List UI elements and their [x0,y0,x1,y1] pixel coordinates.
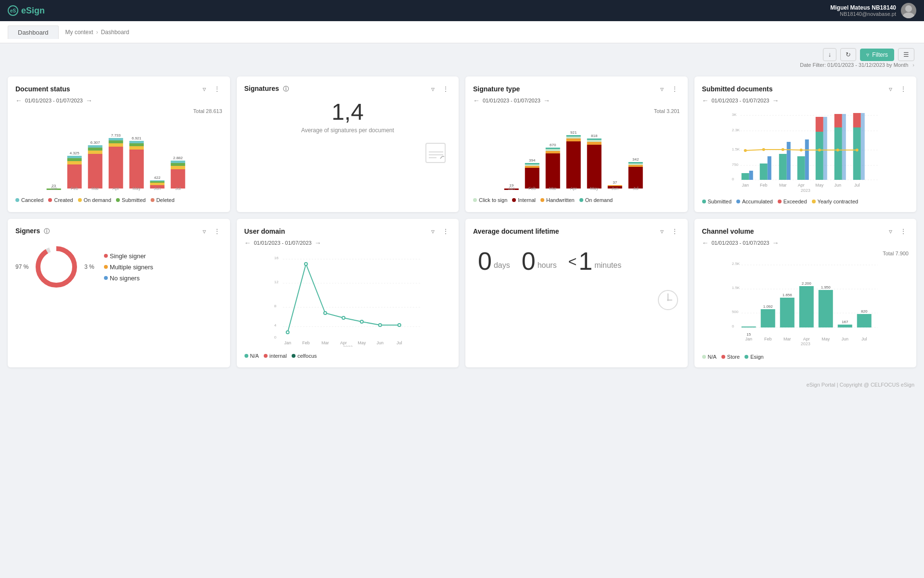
legend-dot-on-demand [78,198,82,202]
legend-submitted: Submitted [116,197,146,203]
sig-type-next[interactable]: → [543,97,550,104]
lifetime-filter-btn[interactable]: ▿ [658,226,666,236]
svg-point-143 [360,320,363,323]
svg-point-128 [38,249,75,285]
legend-channel-na: N/A [702,354,717,360]
signatures-title: Signatures ⓘ [244,85,289,93]
svg-text:2.200: 2.200 [801,281,811,286]
svg-rect-39 [171,163,185,166]
username: Miguel Mateus NB18140 [830,4,896,11]
channel-next[interactable]: → [772,239,779,247]
user-domain-prev[interactable]: ← [244,239,251,247]
card-header-channel: Channel volume ▿ ⋮ [702,226,909,236]
logo-icon: eS [8,5,18,16]
user-domain-title: User domain [244,227,285,235]
signers-donut [32,243,80,291]
user-domain-date: 01/01/2023 - 01/07/2023 [254,240,312,246]
user-domain-next[interactable]: → [314,239,321,247]
svg-text:Feb: Feb [71,186,78,191]
download-button[interactable]: ↓ [823,48,837,61]
svg-text:921: 921 [570,130,577,135]
doc-status-prev[interactable]: ← [15,97,22,104]
submitted-prev[interactable]: ← [702,97,709,104]
sig-type-prev[interactable]: ← [473,97,480,104]
svg-rect-52 [525,166,539,168]
signatures-info-icon[interactable]: ⓘ [283,86,289,92]
svg-text:750: 750 [732,163,738,167]
refresh-icon: ↻ [846,51,851,58]
svg-text:2.3K: 2.3K [732,128,740,132]
signatures-filter-btn[interactable]: ▿ [429,84,436,94]
svg-rect-105 [815,132,823,180]
svg-rect-70 [587,142,602,145]
svg-text:820: 820 [861,309,868,314]
svg-text:1.5K: 1.5K [732,286,740,290]
svg-text:2.882: 2.882 [173,156,183,160]
signers-info-icon[interactable]: ⓘ [44,228,50,235]
legend-dot-internal [512,198,516,202]
channel-prev[interactable]: ← [702,239,709,247]
sig-type-filter-btn[interactable]: ▿ [658,84,666,94]
svg-rect-99 [767,156,771,180]
lifetime-days: 0 days [478,249,510,274]
legend-dot-canceled [15,198,19,202]
svg-rect-66 [566,135,581,137]
signatures-menu-btn[interactable]: ⋮ [440,84,451,94]
legend-handwritten: Handwritten [540,197,575,203]
svg-text:Mar: Mar [321,340,329,345]
legend-dot-click-sign [473,198,477,202]
doc-status-filter-btn[interactable]: ▿ [201,84,208,94]
date-filter-expand[interactable]: › [912,62,914,68]
submitted-next[interactable]: → [772,97,779,104]
signers-filter-btn[interactable]: ▿ [201,226,208,236]
svg-text:37: 37 [613,180,617,185]
svg-rect-110 [853,113,860,127]
signers-pct-multiple: 3 % [84,264,94,270]
doc-status-next[interactable]: → [86,97,92,104]
signers-donut-chart [32,243,80,291]
avatar[interactable] [901,3,916,18]
legend-canceled: Canceled [15,197,43,203]
svg-text:Jul: Jul [633,186,639,191]
user-domain-filter-btn[interactable]: ▿ [429,226,436,236]
submitted-menu-btn[interactable]: ⋮ [898,84,909,94]
svg-text:342: 342 [632,157,639,162]
sig-type-menu-btn[interactable]: ⋮ [669,84,680,94]
channel-date-nav: ← 01/01/2023 - 01/07/2023 → [702,239,909,247]
refresh-button[interactable]: ↻ [840,48,856,61]
legend-label-handwritten: Handwritten [546,197,575,203]
signers-menu-btn[interactable]: ⋮ [212,226,222,236]
doc-status-menu-btn[interactable]: ⋮ [212,84,222,94]
svg-rect-107 [834,114,842,127]
svg-rect-44 [426,143,445,163]
svg-text:May: May [590,186,599,191]
channel-menu-btn[interactable]: ⋮ [898,226,909,236]
svg-rect-174 [818,290,833,327]
legend-label-on-demand-sig: On demand [585,197,613,203]
svg-rect-58 [546,151,560,153]
legend-yearly-contracted: Yearly contracted [812,199,859,204]
filters-button[interactable]: ▿ Filters [860,49,894,61]
legend-label-multiple: Multiple signers [110,264,153,271]
app-logo: eS eSign [8,5,45,16]
svg-rect-96 [741,173,749,180]
channel-volume-card: Channel volume ▿ ⋮ ← 01/01/2023 - 01/07/… [694,219,917,367]
channel-date: 01/01/2023 - 01/07/2023 [712,240,770,246]
svg-text:Apr: Apr [797,183,804,188]
svg-rect-34 [150,180,165,181]
svg-rect-80 [629,165,643,167]
clock-icon [656,288,680,312]
breadcrumb-context: My context [65,29,93,36]
channel-filter-btn[interactable]: ▿ [887,226,894,236]
dashboard-tab[interactable]: Dashboard [8,25,59,39]
settings-button[interactable]: ☰ [898,48,914,61]
submitted-filter-btn[interactable]: ▿ [887,84,894,94]
lifetime-menu-btn[interactable]: ⋮ [669,226,680,236]
svg-rect-81 [629,163,643,165]
svg-text:Jul: Jul [175,186,181,191]
svg-rect-71 [587,140,602,142]
svg-text:0: 0 [274,335,276,339]
user-domain-menu-btn[interactable]: ⋮ [440,226,451,236]
legend-dot-single [104,254,108,258]
channel-controls: ▿ ⋮ [887,226,909,236]
